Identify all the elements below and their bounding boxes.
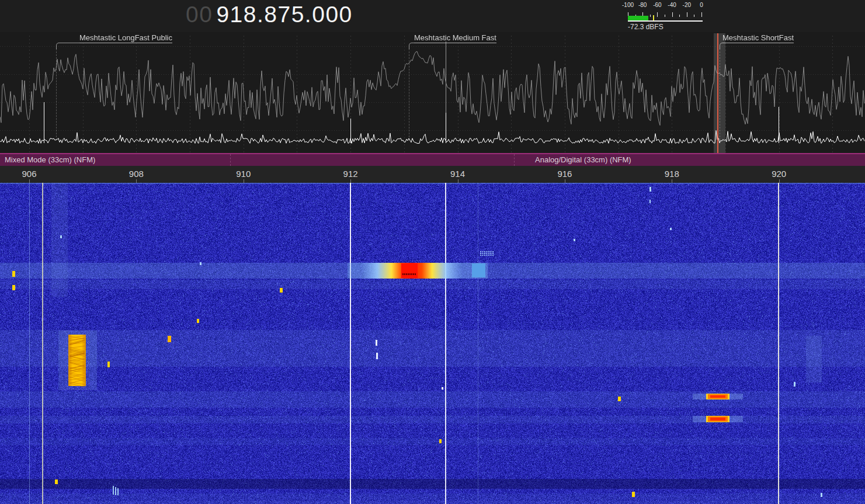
signal-meter: -100-80-60-40-200 -72.3 dBFS — [618, 1, 706, 32]
meter-tick — [657, 12, 658, 17]
meter-tick — [679, 15, 680, 17]
meter-tick — [694, 15, 694, 17]
meter-tick — [687, 12, 687, 17]
frequency-display[interactable]: 00918.875.000 — [186, 2, 353, 27]
bookmark-range-line — [56, 48, 57, 140]
bandplan-bar: Mixed Mode (33cm) (NFM) Analog/Digital (… — [0, 153, 865, 166]
meter-level-bar — [628, 16, 648, 20]
bandplan-segment-label: Analog/Digital (33cm) (NFM) — [535, 154, 631, 165]
bookmark-label[interactable]: Meshtastic ShortFast — [722, 33, 794, 43]
spectrum-canvas[interactable] — [0, 32, 865, 153]
bookmark-connector — [409, 43, 415, 49]
bandplan-segment-label: Mixed Mode (33cm) (NFM) — [5, 154, 95, 165]
meter-tick — [650, 15, 651, 17]
waterfall-display[interactable] — [0, 183, 865, 504]
meter-tick — [665, 15, 665, 17]
frequency-leading-zeros: 00 — [186, 2, 213, 27]
bandplan-separator — [230, 154, 231, 166]
meter-value-label: -72.3 dBFS — [628, 23, 663, 31]
bookmark-connector — [56, 43, 80, 49]
bandplan-separator — [514, 154, 515, 166]
bookmark-label[interactable]: Meshtastic Medium Fast — [414, 33, 496, 43]
meter-scale-line — [628, 20, 703, 22]
meter-tick — [672, 12, 673, 17]
meter-tick — [701, 12, 702, 17]
top-bar: 00918.875.000 -100-80-60-40-200 -72.3 dB… — [0, 0, 865, 32]
frequency-scale[interactable]: 906908910912914916918920 — [0, 166, 865, 183]
sdrpp-app: 00918.875.000 -100-80-60-40-200 -72.3 dB… — [0, 0, 865, 504]
frequency-digits: 918.875.000 — [216, 2, 352, 27]
bookmark-label[interactable]: Meshtastic LongFast Public — [79, 33, 172, 43]
bookmark-range-line — [409, 48, 409, 140]
